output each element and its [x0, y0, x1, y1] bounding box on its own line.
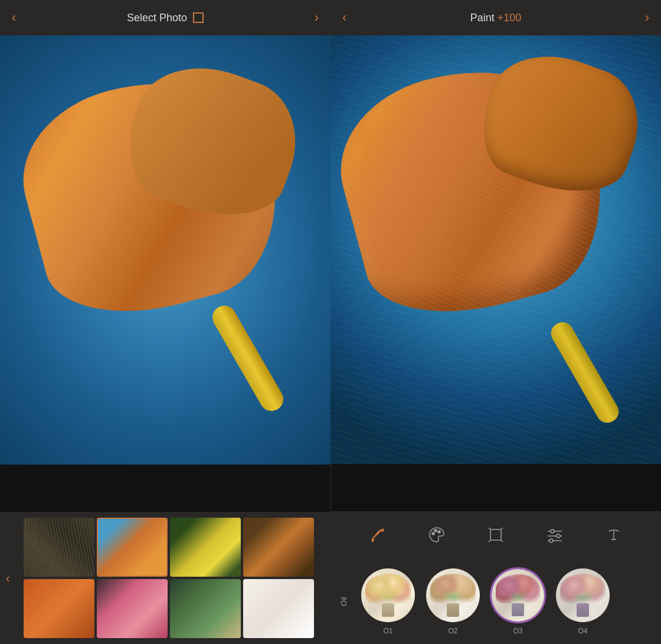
- filter-name-o1: O1: [383, 627, 392, 635]
- left-black-bar: [0, 465, 330, 512]
- thumbnail-dried-leaves[interactable]: [243, 518, 314, 577]
- svg-line-5: [489, 528, 490, 529]
- svg-rect-4: [490, 529, 501, 540]
- filter-img-o4: [556, 568, 610, 622]
- left-nav-next[interactable]: ›: [315, 10, 319, 25]
- left-header: ‹ Select Photo ›: [0, 0, 330, 35]
- svg-point-12: [551, 529, 554, 533]
- select-photo-label: Select Photo: [127, 12, 187, 24]
- right-panel: ‹ Paint +100 ›: [330, 0, 661, 644]
- thumb-img-dried-leaves: [243, 518, 314, 577]
- left-main-image: [0, 35, 330, 465]
- thumbnail-yellow-flower[interactable]: [170, 518, 241, 577]
- right-header-title: Paint +100: [470, 12, 522, 24]
- paint-value: +100: [498, 12, 522, 24]
- original-photo-canvas: [0, 35, 330, 465]
- right-black-bar: [330, 464, 661, 511]
- filter-o1[interactable]: O1: [360, 567, 416, 635]
- right-nav-prev[interactable]: ‹: [342, 10, 346, 25]
- filter-thumbnails: O1 O2 O3: [360, 567, 655, 635]
- thumb-img-orange-texture: [24, 579, 94, 638]
- adjust-tool[interactable]: [542, 522, 568, 548]
- svg-line-7: [489, 540, 490, 542]
- thumbnail-sticks[interactable]: [24, 518, 94, 577]
- filter-o2[interactable]: O2: [425, 567, 481, 635]
- brush-tool[interactable]: [365, 522, 391, 548]
- thumbnail-green-hand[interactable]: [170, 579, 241, 638]
- thumbnail-pink-rose[interactable]: [97, 579, 168, 638]
- thumbnail-nav-prev[interactable]: ‹: [6, 571, 10, 585]
- flowers-o2: [430, 574, 475, 603]
- filter-section: Oil O1: [330, 558, 661, 644]
- thumb-img-pink-rose: [97, 579, 168, 638]
- vase-o2: [447, 603, 460, 617]
- thumbnails-row-2: [0, 577, 330, 638]
- right-header: ‹ Paint +100 ›: [330, 0, 661, 35]
- left-nav-prev[interactable]: ‹: [12, 10, 16, 25]
- painted-photo-canvas: [330, 35, 661, 464]
- svg-line-6: [501, 528, 503, 529]
- thumbnail-strip: ‹: [0, 512, 330, 644]
- paint-label: Paint: [470, 12, 495, 24]
- svg-point-14: [549, 539, 553, 542]
- thumbnails-row-1: [0, 518, 330, 577]
- thumb-img-green-hand: [170, 579, 241, 638]
- filter-name-o3: O3: [513, 627, 522, 635]
- filter-name-o2: O2: [448, 627, 457, 635]
- left-header-title: Select Photo: [127, 12, 204, 24]
- right-nav-next[interactable]: ›: [645, 10, 649, 25]
- vase-o3: [512, 603, 524, 616]
- flowers-o1: [365, 574, 410, 603]
- filter-o4[interactable]: O4: [555, 567, 611, 635]
- filter-img-o3: [492, 569, 544, 622]
- filter-circle-o3: [490, 567, 546, 623]
- left-panel: ‹ Select Photo › ‹: [0, 0, 330, 644]
- crop-icon[interactable]: [193, 12, 204, 23]
- svg-point-1: [432, 532, 434, 535]
- right-main-image: [330, 35, 661, 464]
- palette-tool[interactable]: [424, 522, 450, 548]
- filter-circle-o2: [425, 567, 481, 623]
- filter-circle-o4: [555, 567, 611, 623]
- filter-circle-o1: [360, 567, 416, 623]
- thumbnail-dried-flower[interactable]: [97, 518, 168, 577]
- vase-o4: [577, 603, 590, 617]
- thumbnail-white-flower[interactable]: [243, 579, 314, 638]
- text-tool[interactable]: [601, 522, 627, 548]
- svg-point-3: [438, 531, 440, 533]
- canvas-tool[interactable]: [483, 522, 509, 548]
- thumb-img-yellow-flower: [170, 518, 241, 577]
- svg-point-2: [434, 529, 437, 532]
- thumbnail-orange-texture[interactable]: [24, 579, 94, 638]
- filter-img-o1: [361, 568, 415, 622]
- filter-img-o2: [426, 568, 480, 622]
- thumb-img-sticks: [24, 518, 94, 577]
- thumb-img-dried-flower: [98, 519, 166, 576]
- svg-line-8: [501, 540, 503, 542]
- vase-o1: [382, 603, 395, 617]
- thumb-img-white-flower: [243, 579, 314, 638]
- svg-point-13: [557, 534, 560, 538]
- filter-o3[interactable]: O3: [490, 567, 546, 635]
- flowers-o4: [560, 574, 605, 603]
- filter-name-o4: O4: [578, 627, 587, 635]
- flowers-o3: [496, 574, 540, 603]
- tools-bar: [330, 511, 661, 558]
- filter-label: Oil: [336, 597, 351, 606]
